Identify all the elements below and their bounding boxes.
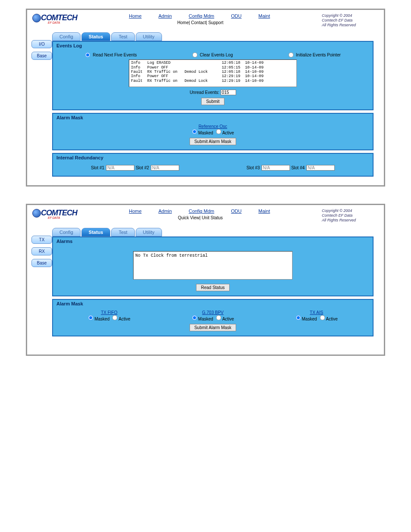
submit-events-button[interactable]: Submit	[201, 98, 224, 105]
tab-row: Config Status Test Utility	[52, 228, 374, 236]
submit-alarm-mask-button[interactable]: Submit Alarm Mask	[190, 324, 236, 331]
sidetab-tx[interactable]: TX	[31, 236, 52, 244]
brand-name: COMTECH	[41, 13, 77, 22]
copyright-l3: All Rights Reserved	[322, 218, 378, 223]
radio-masked[interactable]: Masked	[192, 129, 213, 135]
tab-test[interactable]: Test	[111, 228, 134, 236]
panel-alarm-mask: Alarm Mask TX FIFO Masked Active G.703 B…	[52, 299, 374, 336]
events-radio-row: Read Next Five Events Clear Events Log I…	[57, 52, 368, 58]
copyright-l1: Copyright © 2004	[322, 208, 378, 213]
copyright-l2: Comtech EF Data	[322, 18, 378, 23]
mask-radios: Masked Active	[57, 129, 368, 135]
read-status-button[interactable]: Read Status	[196, 284, 229, 291]
main: Config Status Test Utility Alarms No Tx …	[52, 228, 382, 348]
alarm-mask-title: Alarm Mask	[53, 114, 373, 121]
logo-block: COMTECH EF DATA	[33, 13, 77, 24]
copyright-l3: All Rights Reserved	[322, 23, 378, 28]
radio-active[interactable]: Active	[216, 315, 234, 321]
tx-fifo-link[interactable]: TX FIFO	[101, 310, 117, 315]
mask-tx-fifo: TX FIFO Masked Active	[88, 310, 130, 321]
logo: COMTECH	[33, 13, 77, 22]
redundancy-title: Internal Redundancy	[53, 154, 373, 162]
copyright-l2: Comtech EF Data	[322, 213, 378, 218]
tab-config[interactable]: Config	[52, 32, 81, 41]
radio-masked[interactable]: Masked	[192, 315, 213, 321]
alarm-mask-title: Alarm Mask	[53, 300, 373, 308]
globe-icon	[32, 14, 41, 22]
unread-label: Unread Events:	[190, 90, 219, 95]
alarms-status-box[interactable]: No Tx Clock from terrestrial	[133, 251, 293, 280]
brand-name: COMTECH	[41, 208, 77, 217]
slot-4-input[interactable]	[306, 165, 335, 171]
radio-masked[interactable]: Masked	[88, 315, 109, 321]
slot-2: Slot #2	[136, 165, 179, 171]
g703-bpv-link[interactable]: G.703 BPV	[202, 310, 224, 315]
sidetab-rx[interactable]: RX	[31, 247, 52, 255]
body: TX RX Base Config Status Test Utility Al…	[29, 224, 382, 353]
nav-maint[interactable]: Maint	[258, 208, 270, 214]
globe-icon	[32, 209, 41, 218]
nav-odu[interactable]: ODU	[231, 208, 241, 214]
tab-config[interactable]: Config	[52, 228, 81, 236]
screenshot-alarms: COMTECH EF DATA Home Admin Config Mdm OD…	[26, 204, 385, 355]
unread-input[interactable]	[221, 90, 236, 95]
submit-alarm-mask-button[interactable]: Submit Alarm Mask	[190, 138, 236, 145]
radio-read-next[interactable]: Read Next Five Events	[85, 52, 137, 58]
tab-utility[interactable]: Utility	[136, 32, 162, 41]
copyright-l1: Copyright © 2004	[322, 13, 378, 18]
slot-row: Slot #1 Slot #2 Slot #3 Slot #4	[57, 164, 368, 171]
reference-osc-link[interactable]: Reference Osc	[199, 124, 227, 129]
radio-active[interactable]: Active	[320, 315, 338, 321]
events-log-title: Events Log	[53, 42, 373, 50]
mask-tx-ais: TX AIS Masked Active	[296, 310, 338, 321]
side-tabs: I/O Base	[31, 32, 52, 179]
body: I/O Base Config Status Test Utility Even…	[29, 28, 382, 184]
sidetab-io[interactable]: I/O	[31, 40, 52, 48]
sub-nav: Home| Contact| Support	[77, 20, 322, 25]
tab-status[interactable]: Status	[81, 32, 111, 41]
copyright: Copyright © 2004 Comtech EF Data All Rig…	[322, 13, 378, 27]
nav-admin[interactable]: Admin	[159, 13, 172, 19]
tab-utility[interactable]: Utility	[136, 228, 162, 236]
radio-masked[interactable]: Masked	[296, 315, 317, 321]
slot-3-input[interactable]	[262, 165, 290, 171]
radio-init-pointer[interactable]: Initialize Events Pointer	[288, 52, 341, 58]
top-nav: Home Admin Config Mdm ODU Maint Quick Vi…	[77, 208, 322, 220]
tx-ais-link[interactable]: TX AIS	[310, 310, 323, 315]
radio-active[interactable]: Active	[112, 315, 130, 321]
slot-1: Slot #1	[91, 165, 134, 171]
nav-maint[interactable]: Maint	[258, 13, 270, 19]
subnav-links[interactable]: Home| Contact| Support	[177, 20, 224, 25]
sidetab-base[interactable]: Base	[31, 259, 52, 267]
nav-admin[interactable]: Admin	[159, 208, 172, 214]
slot-4: Slot #4	[291, 165, 335, 171]
unread-events: Unread Events:	[190, 90, 236, 95]
tab-status[interactable]: Status	[81, 228, 111, 236]
sub-nav: Quick View| Unit Status	[77, 215, 322, 220]
top-nav: Home Admin Config Mdm ODU Maint Home| Co…	[77, 13, 322, 25]
panel-alarms: Alarms No Tx Clock from terrestrial Read…	[52, 236, 374, 296]
mask-g703-bpv: G.703 BPV Masked Active	[192, 310, 234, 321]
slot-1-input[interactable]	[106, 165, 134, 171]
nav-home[interactable]: Home	[129, 208, 141, 214]
header: COMTECH EF DATA Home Admin Config Mdm OD…	[29, 12, 382, 28]
events-log-box[interactable]: Info Log ERASED 12:05:18 10-14-09 Info P…	[129, 59, 297, 87]
main: Config Status Test Utility Events Log Re…	[52, 32, 382, 179]
panel-events-log: Events Log Read Next Five Events Clear E…	[52, 41, 374, 110]
slot-2-input[interactable]	[151, 165, 179, 171]
radio-active[interactable]: Active	[216, 129, 234, 135]
nav-config-mdm[interactable]: Config Mdm	[189, 208, 214, 214]
subnav-links[interactable]: Quick View| Unit Status	[178, 215, 223, 220]
logo-block: COMTECH EF DATA	[33, 208, 77, 219]
logo: COMTECH	[33, 208, 77, 218]
sidetab-base[interactable]: Base	[31, 52, 52, 60]
nav-odu[interactable]: ODU	[231, 13, 241, 19]
header: COMTECH EF DATA Home Admin Config Mdm OD…	[29, 207, 382, 223]
nav-config-mdm[interactable]: Config Mdm	[189, 13, 214, 19]
screenshot-events-log: COMTECH EF DATA Home Admin Config Mdm OD…	[26, 9, 385, 187]
tab-test[interactable]: Test	[111, 32, 134, 41]
panel-alarm-mask: Alarm Mask Reference Osc Masked Active S…	[52, 113, 374, 150]
radio-clear-log[interactable]: Clear Events Log	[192, 52, 233, 58]
nav-home[interactable]: Home	[129, 13, 141, 19]
slot-3: Slot #3	[246, 165, 290, 171]
